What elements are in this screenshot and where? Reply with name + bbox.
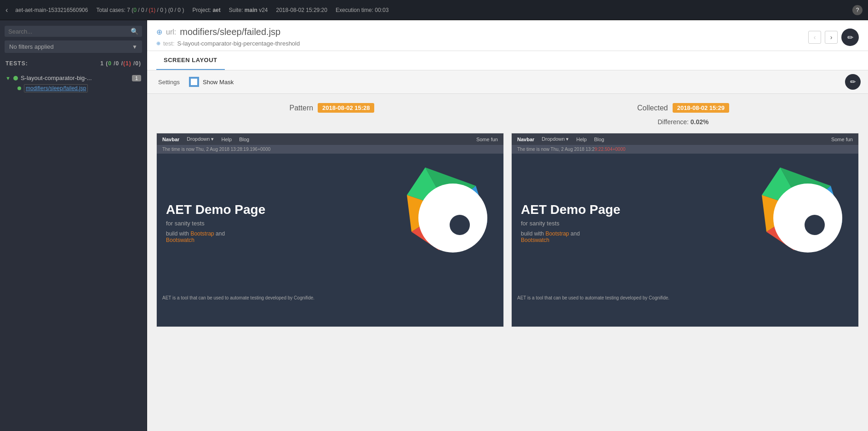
demo-b-logo-c: b — [757, 158, 849, 259]
navbar-blog-c: Blog — [594, 137, 604, 142]
suite-name: main — [245, 7, 257, 13]
header-actions: ‹ › ✏ — [808, 27, 859, 46]
test-name: S-layout-comparator-big-percentage-thres… — [177, 40, 300, 47]
prev-button[interactable]: ‹ — [808, 31, 821, 44]
navbar-right-c: Some fun — [831, 137, 853, 142]
collected-image: Navbar Dropdown ▾ Help Blog Some fun The… — [512, 133, 858, 327]
settings-button[interactable]: Settings — [154, 77, 183, 87]
filter-dropdown[interactable]: No filters applied ▼ — [5, 40, 142, 53]
search-input[interactable] — [8, 28, 131, 35]
comparison-header: Pattern 2018-08-02 15:28 Collected 2018-… — [156, 103, 859, 126]
difference-value: 0.02% — [691, 118, 709, 126]
group-status-dot — [13, 76, 18, 80]
navbar-brand: Navbar — [162, 137, 179, 142]
tree-group-header[interactable]: ▼ S-layout-comparator-big-... 1 — [5, 73, 142, 83]
chevron-down-icon: ▼ — [132, 44, 137, 50]
topbar: ‹ aet-aet-main-1533216560906 Total cases… — [0, 0, 868, 20]
toolbar-edit-button[interactable]: ✏ — [845, 74, 861, 90]
suite-id: aet-aet-main-1533216560906 — [15, 7, 88, 13]
help-button[interactable]: ? — [852, 5, 862, 15]
toolbar-left: Settings Show Mask — [154, 77, 234, 87]
test-label: test: — [163, 40, 175, 47]
pattern-header: Pattern 2018-08-02 15:28 — [290, 103, 375, 113]
tab-screen-layout[interactable]: SCREEN LAYOUT — [156, 51, 225, 70]
navbar-brand-c: Navbar — [517, 137, 534, 142]
demo-body-c: build with Bootstrap and Bootswatch — [521, 230, 668, 243]
collected-label: Collected — [637, 104, 668, 112]
tests-count: 1 (0 /0 /(1) /0) — [100, 60, 141, 67]
content-toolbar: Settings Show Mask ✏ — [147, 70, 868, 94]
edit-button[interactable]: ✏ — [841, 29, 859, 46]
url-row: ⊕ url: modifiers/sleep/failed.jsp — [156, 27, 300, 37]
url-label: url: — [166, 28, 176, 36]
demo-navbar-collected: Navbar Dropdown ▾ Help Blog Some fun — [512, 133, 858, 145]
mask-checkbox-inner — [191, 79, 197, 85]
demo-time-pattern: The time is now Thu, 2 Aug 2018 13:28:19… — [157, 145, 503, 154]
child-label[interactable]: modifiers/sleep/failed.jsp — [24, 84, 88, 92]
pattern-date-badge: 2018-08-02 15:28 — [318, 103, 374, 113]
tests-header: TESTS: 1 (0 /0 /(1) /0) — [0, 57, 147, 69]
svg-point-2 — [450, 215, 470, 235]
demo-body: build with Bootstrap and Bootswatch — [166, 230, 314, 243]
sidebar-tree: ▼ S-layout-comparator-big-... 1 modifier… — [0, 69, 147, 431]
search-bar[interactable]: 🔍 — [5, 26, 142, 37]
content-header: ⊕ url: modifiers/sleep/failed.jsp ⊕ test… — [147, 20, 868, 51]
collected-header: Collected 2018-08-02 15:29 — [637, 103, 729, 113]
navbar-dropdown-c: Dropdown ▾ — [542, 136, 569, 142]
show-mask-button[interactable]: Show Mask — [189, 77, 234, 87]
demo-hero-text: AET Demo Page for sanity tests build wit… — [166, 202, 314, 244]
collected-info: Collected 2018-08-02 15:29 Difference: 0… — [637, 103, 729, 126]
group-label: S-layout-comparator-big-... — [21, 75, 129, 81]
demo-title-c: AET Demo Page — [521, 202, 668, 218]
demo-footer-collected: AET is a tool that can be used to automa… — [512, 292, 858, 304]
demo-hero-text-c: AET Demo Page for sanity tests build wit… — [521, 202, 668, 244]
difference-text: Difference: 0.02% — [657, 118, 708, 126]
collected-screenshot: Navbar Dropdown ▾ Help Blog Some fun The… — [511, 133, 859, 327]
url-icon: ⊕ — [156, 28, 162, 36]
total-cases: Total cases: 7 (0 / 0 / (1) / 0 ) (0 / 0… — [96, 7, 184, 13]
comparison-area: Pattern 2018-08-02 15:28 Collected 2018-… — [147, 94, 868, 431]
navbar-help: Help — [222, 137, 232, 142]
content-area: ⊕ url: modifiers/sleep/failed.jsp ⊕ test… — [147, 20, 868, 431]
collected-col: Collected 2018-08-02 15:29 Difference: 0… — [508, 103, 859, 126]
project-name: aet — [212, 7, 220, 13]
filter-label: No filters applied — [9, 43, 132, 50]
execution-date: 2018-08-02 15:29:20 — [276, 7, 327, 13]
group-badge: 1 — [132, 75, 141, 81]
back-button[interactable]: ‹ — [6, 6, 8, 14]
next-button[interactable]: › — [825, 31, 838, 44]
content-tabs: SCREEN LAYOUT — [147, 51, 868, 70]
sidebar: 🔍 No filters applied ▼ TESTS: 1 (0 /0 /(… — [0, 20, 147, 431]
pattern-image: Navbar Dropdown ▾ Help Blog Some fun The… — [157, 133, 503, 327]
pattern-screenshot: Navbar Dropdown ▾ Help Blog Some fun The… — [156, 133, 504, 327]
demo-title: AET Demo Page — [166, 202, 314, 218]
search-icon[interactable]: 🔍 — [131, 28, 138, 35]
navbar-help-c: Help — [577, 137, 587, 142]
demo-time-collected: The time is now Thu, 2 Aug 2018 13:29:22… — [512, 145, 858, 154]
demo-navbar-pattern: Navbar Dropdown ▾ Help Blog Some fun — [157, 133, 503, 145]
demo-b-logo: b — [402, 158, 494, 259]
demo-subtitle: for sanity tests — [166, 220, 314, 227]
demo-subtitle-c: for sanity tests — [521, 220, 668, 227]
show-mask-label: Show Mask — [203, 79, 234, 86]
svg-point-5 — [805, 215, 825, 235]
mask-checkbox — [189, 77, 199, 87]
time-highlight: 9:22.504+0000 — [594, 147, 625, 152]
demo-footer-pattern: AET is a tool that can be used to automa… — [157, 292, 503, 304]
test-icon: ⊕ — [156, 40, 160, 46]
demo-hero-collected: AET Demo Page for sanity tests build wit… — [512, 154, 858, 292]
demo-hero-pattern: AET Demo Page for sanity tests build wit… — [157, 154, 503, 292]
pattern-label: Pattern — [290, 104, 314, 112]
child-status-dot — [17, 86, 21, 90]
url-path: modifiers/sleep/failed.jsp — [180, 27, 280, 37]
tree-group: ▼ S-layout-comparator-big-... 1 modifier… — [0, 71, 147, 96]
project-info: Project: aet — [192, 7, 220, 13]
topbar-suite-info: aet-aet-main-1533216560906 Total cases: … — [15, 7, 847, 13]
tree-child-item[interactable]: modifiers/sleep/failed.jsp — [5, 83, 142, 94]
pattern-col: Pattern 2018-08-02 15:28 — [156, 103, 508, 126]
screenshots-row: Navbar Dropdown ▾ Help Blog Some fun The… — [156, 133, 859, 327]
test-row: ⊕ test: S-layout-comparator-big-percenta… — [156, 40, 300, 47]
navbar-right: Some fun — [476, 137, 498, 142]
exec-time-info: Execution time: 00:03 — [336, 7, 388, 13]
expand-icon: ▼ — [6, 75, 11, 81]
